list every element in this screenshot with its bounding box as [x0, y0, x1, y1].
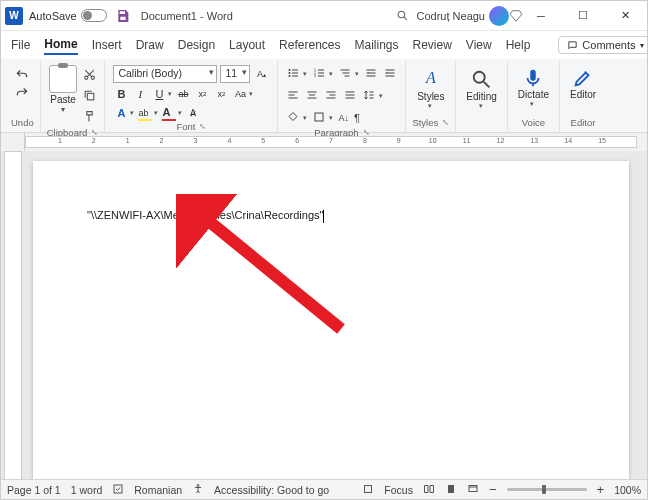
clear-formatting-button[interactable]: A̷: [185, 105, 201, 121]
font-color-button[interactable]: A: [161, 105, 177, 121]
user-avatar[interactable]: [489, 6, 509, 26]
statusbar: Page 1 of 1 1 word Romanian Accessibilit…: [1, 479, 647, 499]
chevron-down-icon[interactable]: ▾: [329, 70, 333, 78]
text-effects-button[interactable]: A: [113, 105, 129, 121]
read-mode-button[interactable]: [423, 483, 435, 497]
tab-file[interactable]: File: [11, 36, 30, 54]
dialog-launcher-icon[interactable]: ⤡: [199, 122, 206, 131]
chevron-down-icon[interactable]: ▾: [355, 70, 359, 78]
grow-font-button[interactable]: A▴: [253, 66, 269, 82]
format-painter-button[interactable]: [83, 109, 96, 127]
chevron-down-icon[interactable]: ▾: [61, 105, 65, 114]
italic-button[interactable]: I: [132, 86, 148, 102]
comments-button[interactable]: Comments ▾: [558, 36, 648, 54]
tab-home[interactable]: Home: [44, 35, 77, 55]
font-name-select[interactable]: Calibri (Body): [113, 65, 217, 83]
zoom-level[interactable]: 100%: [614, 484, 641, 496]
numbering-button[interactable]: 123: [312, 65, 326, 83]
toggle-off-icon[interactable]: [81, 9, 107, 22]
change-case-button[interactable]: Aa: [232, 86, 248, 102]
redo-button[interactable]: [13, 85, 31, 101]
tab-draw[interactable]: Draw: [136, 36, 164, 54]
chevron-down-icon[interactable]: ▾: [379, 92, 383, 100]
focus-label[interactable]: Focus: [384, 484, 413, 496]
svg-rect-11: [318, 70, 324, 71]
page-indicator[interactable]: Page 1 of 1: [7, 484, 61, 496]
zoom-in-button[interactable]: +: [597, 482, 605, 497]
subscript-button[interactable]: x2: [194, 86, 210, 102]
chevron-down-icon[interactable]: ▾: [428, 102, 432, 110]
chevron-down-icon[interactable]: ▾: [303, 70, 307, 78]
tab-mailings[interactable]: Mailings: [354, 36, 398, 54]
tab-help[interactable]: Help: [506, 36, 531, 54]
underline-button[interactable]: U: [151, 86, 167, 102]
chevron-down-icon[interactable]: ▾: [329, 114, 333, 122]
highlight-button[interactable]: ab: [137, 105, 153, 121]
chevron-down-icon[interactable]: ▾: [479, 102, 483, 110]
paste-button[interactable]: Paste ▾: [47, 63, 79, 127]
web-layout-button[interactable]: [467, 483, 479, 497]
sort-button[interactable]: A↓: [338, 113, 349, 123]
copy-button[interactable]: [83, 88, 96, 106]
tab-review[interactable]: Review: [413, 36, 452, 54]
show-marks-button[interactable]: ¶: [354, 112, 360, 124]
document-text[interactable]: "\\ZENWIFI-AX\Media\Movies\Crina\Recordi…: [87, 209, 323, 221]
editor-button[interactable]: Editor: [566, 63, 600, 100]
align-right-button[interactable]: [324, 87, 338, 105]
chevron-down-icon[interactable]: ▾: [130, 109, 134, 117]
shading-button[interactable]: [286, 109, 300, 127]
dictate-button[interactable]: Dictate ▾: [514, 63, 553, 108]
word-app-icon: W: [5, 7, 23, 25]
superscript-button[interactable]: x2: [213, 86, 229, 102]
justify-button[interactable]: [343, 87, 357, 105]
search-icon[interactable]: [396, 9, 409, 22]
print-layout-button[interactable]: [445, 483, 457, 497]
tab-design[interactable]: Design: [178, 36, 215, 54]
user-name[interactable]: Codruț Neagu: [417, 10, 486, 22]
zoom-out-button[interactable]: −: [489, 482, 497, 497]
word-count[interactable]: 1 word: [71, 484, 103, 496]
close-button[interactable]: ✕: [607, 2, 643, 30]
autosave-toggle[interactable]: AutoSave: [29, 9, 107, 22]
undo-button[interactable]: [13, 67, 31, 83]
page[interactable]: "\\ZENWIFI-AX\Media\Movies\Crina\Recordi…: [33, 161, 629, 481]
cut-button[interactable]: [83, 67, 96, 85]
align-left-button[interactable]: [286, 87, 300, 105]
increase-indent-button[interactable]: [383, 65, 397, 83]
minimize-button[interactable]: ─: [523, 2, 559, 30]
tab-references[interactable]: References: [279, 36, 340, 54]
zoom-slider[interactable]: [507, 488, 587, 491]
save-icon[interactable]: [115, 8, 131, 24]
strikethrough-button[interactable]: ab: [175, 86, 191, 102]
accessibility-status[interactable]: Accessibility: Good to go: [214, 484, 329, 496]
borders-button[interactable]: [312, 109, 326, 127]
tab-layout[interactable]: Layout: [229, 36, 265, 54]
accessibility-icon[interactable]: [192, 483, 204, 497]
bullets-button[interactable]: [286, 65, 300, 83]
chevron-down-icon[interactable]: ▾: [303, 114, 307, 122]
multilevel-list-button[interactable]: [338, 65, 352, 83]
styles-button[interactable]: A Styles ▾: [413, 63, 448, 110]
horizontal-ruler[interactable]: 12123456789101112131415: [25, 136, 637, 148]
chevron-down-icon[interactable]: ▾: [154, 109, 158, 117]
editing-button[interactable]: Editing ▾: [462, 63, 501, 110]
align-center-button[interactable]: [305, 87, 319, 105]
focus-icon[interactable]: [362, 483, 374, 497]
chevron-down-icon[interactable]: ▾: [249, 90, 253, 98]
vertical-ruler[interactable]: [4, 151, 22, 481]
maximize-button[interactable]: ☐: [565, 2, 601, 30]
dialog-launcher-icon[interactable]: ⤡: [442, 118, 449, 127]
spellcheck-icon[interactable]: [112, 483, 124, 497]
bold-button[interactable]: B: [113, 86, 129, 102]
font-size-select[interactable]: 11: [220, 65, 250, 83]
chevron-down-icon[interactable]: ▾: [530, 100, 534, 108]
tab-view[interactable]: View: [466, 36, 492, 54]
svg-rect-17: [343, 73, 350, 74]
tab-insert[interactable]: Insert: [92, 36, 122, 54]
decrease-indent-button[interactable]: [364, 65, 378, 83]
premium-icon[interactable]: [509, 9, 523, 23]
line-spacing-button[interactable]: [362, 87, 376, 105]
chevron-down-icon[interactable]: ▾: [178, 109, 182, 117]
language-indicator[interactable]: Romanian: [134, 484, 182, 496]
chevron-down-icon[interactable]: ▾: [168, 90, 172, 98]
